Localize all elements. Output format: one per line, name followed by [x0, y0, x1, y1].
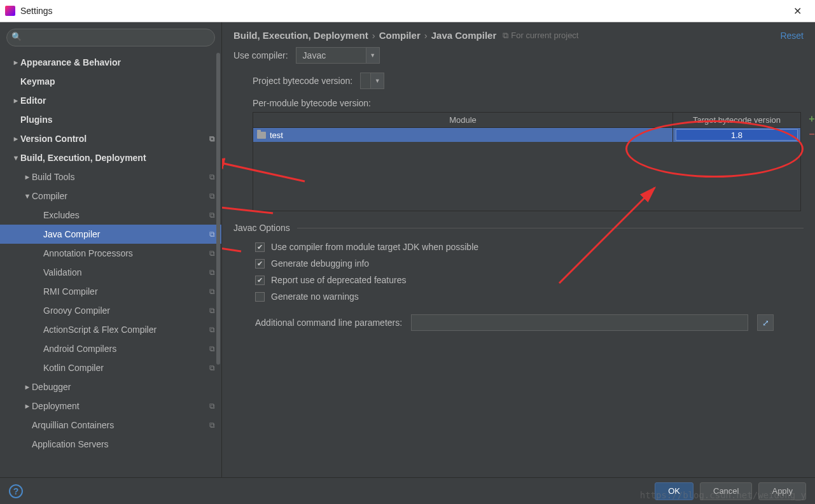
tree-item-appearance-behavior[interactable]: ►Appearance & Behavior: [0, 53, 221, 72]
breadcrumb-2[interactable]: Compiler: [379, 30, 421, 41]
copy-icon: ⧉: [209, 287, 215, 296]
project-bytecode-label: Project bytecode version:: [253, 76, 352, 86]
tree-item-label: Validation: [43, 267, 209, 277]
chk-no-warnings[interactable]: [255, 292, 265, 302]
tree-arrow-icon: ▼: [11, 154, 20, 162]
sidebar-scrollbar[interactable]: [216, 53, 220, 365]
tree-item-label: Application Servers: [32, 439, 215, 449]
use-compiler-label: Use compiler:: [233, 50, 288, 60]
tree-item-label: Arquillian Containers: [32, 420, 209, 430]
breadcrumb-3: Java Compiler: [431, 30, 497, 41]
tree-item-groovy-compiler[interactable]: Groovy Compiler⧉: [0, 301, 221, 320]
javac-options-title: Javac Options: [233, 223, 804, 233]
tree-item-java-compiler[interactable]: Java Compiler⧉: [0, 225, 221, 244]
copy-icon: ⧉: [209, 134, 215, 143]
tree-arrow-icon: ►: [11, 97, 20, 104]
help-button[interactable]: ?: [9, 484, 23, 498]
copy-icon: ⧉: [209, 249, 215, 258]
tree-item-kotlin-compiler[interactable]: Kotlin Compiler⧉: [0, 358, 221, 377]
tree-item-label: Build, Execution, Deployment: [20, 153, 215, 163]
copy-icon: ⧉: [209, 306, 215, 315]
tree-arrow-icon: ►: [11, 135, 20, 143]
tree-item-label: Editor: [20, 95, 215, 106]
tree-item-label: Debugger: [32, 382, 215, 392]
tree-item-label: RMI Compiler: [43, 286, 209, 297]
chk-report-deprecated-label: Report use of deprecated features: [271, 275, 406, 285]
copy-icon: ⧉: [209, 192, 215, 200]
module-row[interactable]: test: [253, 128, 800, 142]
reset-link[interactable]: Reset: [780, 31, 804, 41]
tree-item-build-tools[interactable]: ►Build Tools⧉: [0, 167, 221, 186]
copy-icon: ⧉: [503, 31, 508, 41]
chevron-down-icon[interactable]: ▼: [370, 73, 384, 89]
chk-report-deprecated[interactable]: [255, 276, 265, 285]
tree-item-compiler[interactable]: ▼Compiler⧉: [0, 186, 221, 206]
additional-params-input[interactable]: [411, 314, 748, 331]
for-current-project-hint: ⧉ For current project: [503, 31, 578, 41]
settings-sidebar: 🔍 ►Appearance & BehaviorKeymap►EditorPlu…: [0, 22, 222, 477]
settings-tree[interactable]: ►Appearance & BehaviorKeymap►EditorPlugi…: [0, 53, 221, 477]
tree-arrow-icon: ►: [23, 402, 32, 410]
tree-item-label: Compiler: [32, 191, 209, 201]
breadcrumb-1[interactable]: Build, Execution, Deployment: [233, 30, 368, 41]
tree-item-label: Keymap: [20, 76, 215, 87]
breadcrumb: Build, Execution, Deployment › Compiler …: [222, 22, 815, 47]
chk-generate-debug-info[interactable]: [255, 259, 265, 269]
target-bytecode-input[interactable]: [676, 129, 798, 141]
settings-search-input[interactable]: [6, 29, 215, 46]
copy-icon: ⧉: [209, 172, 215, 181]
tree-item-label: ActionScript & Flex Compiler: [43, 325, 209, 335]
tree-item-label: Groovy Compiler: [43, 305, 209, 316]
tree-item-label: Java Compiler: [43, 229, 209, 239]
tree-item-label: Kotlin Compiler: [43, 363, 209, 373]
expand-params-button[interactable]: ⤢: [757, 314, 774, 331]
chk-use-module-jdk[interactable]: [255, 242, 265, 252]
add-module-button[interactable]: +: [806, 113, 815, 125]
tree-item-version-control[interactable]: ►Version Control⧉: [0, 129, 221, 148]
tree-item-excludes[interactable]: Excludes⧉: [0, 206, 221, 225]
copy-icon: ⧉: [209, 230, 215, 239]
tree-arrow-icon: ►: [23, 383, 32, 391]
watermark: https://blog.csdn.net/weidong_y: [640, 490, 806, 500]
copy-icon: ⧉: [209, 268, 215, 277]
remove-module-button[interactable]: −: [806, 129, 815, 140]
tree-item-debugger[interactable]: ►Debugger: [0, 377, 221, 396]
copy-icon: ⧉: [209, 363, 215, 372]
module-name: test: [270, 130, 283, 140]
tree-item-label: Deployment: [32, 401, 209, 411]
tree-item-annotation-processors[interactable]: Annotation Processors⧉: [0, 244, 221, 263]
tree-arrow-icon: ►: [23, 173, 32, 181]
tree-item-rmi-compiler[interactable]: RMI Compiler⧉: [0, 282, 221, 301]
use-compiler-combo[interactable]: Javac ▼: [296, 47, 380, 64]
tree-item-build-execution-deployment[interactable]: ▼Build, Execution, Deployment: [0, 148, 221, 167]
additional-params-label: Additional command line parameters:: [255, 318, 402, 328]
per-module-bytecode-table[interactable]: Module Target bytecode version test: [253, 112, 801, 211]
tree-item-android-compilers[interactable]: Android Compilers⧉: [0, 339, 221, 358]
tree-item-validation[interactable]: Validation⧉: [0, 263, 221, 282]
chk-no-warnings-label: Generate no warnings: [271, 291, 359, 302]
window-title: Settings: [20, 6, 784, 16]
tree-item-editor[interactable]: ►Editor: [0, 91, 221, 110]
chevron-down-icon[interactable]: ▼: [366, 47, 380, 64]
copy-icon: ⧉: [209, 344, 215, 353]
settings-main-panel: Build, Execution, Deployment › Compiler …: [222, 22, 815, 477]
tree-item-label: Plugins: [20, 115, 215, 125]
tree-item-application-servers[interactable]: Application Servers: [0, 435, 221, 454]
tree-item-deployment[interactable]: ►Deployment⧉: [0, 396, 221, 416]
app-icon: [5, 6, 15, 16]
module-icon: [257, 132, 266, 139]
tree-item-actionscript-flex-compiler[interactable]: ActionScript & Flex Compiler⧉: [0, 320, 221, 339]
chk-generate-debug-info-label: Generate debugging info: [271, 258, 369, 269]
tree-item-plugins[interactable]: Plugins: [0, 110, 221, 129]
copy-icon: ⧉: [209, 421, 215, 430]
window-title-bar: Settings ✕: [0, 0, 815, 22]
tree-arrow-icon: ►: [11, 59, 20, 66]
project-bytecode-combo[interactable]: ▼: [360, 73, 384, 89]
tree-item-keymap[interactable]: Keymap: [0, 72, 221, 91]
chk-use-module-jdk-label: Use compiler from module target JDK when…: [271, 242, 478, 252]
tree-item-label: Appearance & Behavior: [20, 57, 215, 67]
column-target-bytecode: Target bytecode version: [673, 113, 800, 127]
tree-item-label: Version Control: [20, 134, 209, 144]
tree-item-arquillian-containers[interactable]: Arquillian Containers⧉: [0, 416, 221, 435]
window-close-button[interactable]: ✕: [784, 5, 810, 17]
